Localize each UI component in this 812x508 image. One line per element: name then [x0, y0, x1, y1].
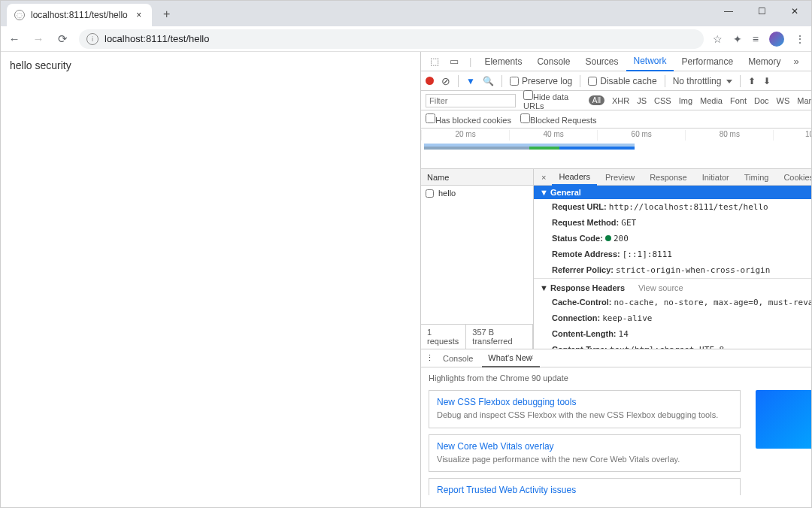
- new-tab-button[interactable]: +: [156, 4, 177, 25]
- reload-button[interactable]: ⟳: [55, 32, 70, 46]
- filter-icon[interactable]: ▼: [466, 76, 475, 86]
- filter-all[interactable]: All: [589, 95, 604, 105]
- forward-button[interactable]: →: [31, 32, 46, 45]
- news-card[interactable]: New CSS Flexbox debugging tools Debug an…: [429, 390, 741, 428]
- filter-js[interactable]: JS: [637, 96, 647, 105]
- upload-har-icon[interactable]: ⬆: [748, 76, 756, 86]
- devtools-drawer: ⋮ Console What's New × × Highlights from…: [421, 349, 812, 507]
- blocked-cookies-checkbox[interactable]: Has blocked cookies: [426, 113, 511, 125]
- blocked-requests-checkbox[interactable]: Blocked Requests: [520, 113, 597, 125]
- filter-img[interactable]: Img: [679, 96, 692, 105]
- reading-list-icon[interactable]: ≡: [753, 33, 759, 45]
- highlights-title: Highlights from the Chrome 90 update: [429, 373, 812, 383]
- record-button[interactable]: [426, 77, 434, 85]
- devtools-tabs: ⬚ ▭ | Elements Console Sources Network P…: [421, 52, 812, 71]
- site-info-icon[interactable]: i: [86, 33, 98, 45]
- response-headers-section[interactable]: ▼ Response HeadersView source: [534, 278, 812, 295]
- download-har-icon[interactable]: ⬇: [763, 76, 771, 86]
- tab-title: localhost:8111/test/hello: [31, 10, 128, 20]
- reqlist-header[interactable]: Name: [421, 169, 533, 186]
- inspect-icon[interactable]: ⬚: [426, 56, 444, 67]
- general-section[interactable]: ▼ General: [534, 186, 812, 199]
- video-thumbnail[interactable]: [756, 390, 812, 449]
- filter-xhr[interactable]: XHR: [612, 96, 629, 105]
- browser-tabbar: ◌ localhost:8111/test/hello × + — ☐ ✕: [1, 1, 811, 26]
- request-row[interactable]: hello: [421, 186, 533, 201]
- page-content: hello security: [1, 52, 420, 507]
- drawer-tab-whatsnew[interactable]: What's New ×: [482, 349, 539, 367]
- tab-elements[interactable]: Elements: [477, 52, 529, 71]
- back-button[interactable]: ←: [7, 32, 22, 45]
- browser-tab[interactable]: ◌ localhost:8111/test/hello ×: [7, 4, 152, 26]
- detail-tab-initiator[interactable]: Initiator: [695, 169, 736, 186]
- detail-tab-headers[interactable]: Headers: [552, 169, 597, 186]
- filter-media[interactable]: Media: [700, 96, 723, 105]
- filter-bar: Hide data URLs All XHR JS CSS Img Media …: [421, 91, 812, 110]
- globe-icon: ◌: [14, 10, 25, 20]
- filter-ws[interactable]: WS: [777, 96, 790, 105]
- device-icon[interactable]: ▭: [445, 56, 463, 67]
- disable-cache-checkbox[interactable]: Disable cache: [588, 76, 656, 86]
- network-toolbar: ⊘ ▼ 🔍 Preserve log Disable cache No thro…: [421, 71, 812, 91]
- close-tab-icon[interactable]: ×: [134, 10, 144, 20]
- tab-performance[interactable]: Performance: [675, 52, 741, 71]
- drawer-menu-icon[interactable]: ⋮: [426, 353, 434, 363]
- tab-network[interactable]: Network: [626, 52, 673, 71]
- menu-icon[interactable]: ⋮: [795, 33, 805, 45]
- reqlist-footer: 1 requests 357 B transferred: [421, 324, 533, 349]
- settings-icon[interactable]: ⚙: [807, 56, 812, 67]
- page-text: hello security: [10, 59, 71, 71]
- news-card[interactable]: New Core Web Vitals overlay Visualize pa…: [429, 434, 741, 472]
- minimize-button[interactable]: —: [712, 1, 745, 22]
- detail-tab-cookies[interactable]: Cookies: [777, 169, 812, 186]
- news-card[interactable]: Report Trusted Web Activity issues: [429, 478, 741, 495]
- devtools-panel: ⬚ ▭ | Elements Console Sources Network P…: [420, 52, 812, 507]
- network-timeline[interactable]: 20 ms 40 ms 60 ms 80 ms 100 ms: [421, 129, 812, 169]
- preserve-log-checkbox[interactable]: Preserve log: [510, 76, 572, 86]
- filter-font[interactable]: Font: [730, 96, 747, 105]
- tab-sources[interactable]: Sources: [578, 52, 625, 71]
- hide-data-urls-checkbox[interactable]: Hide data URLs: [523, 90, 581, 110]
- tab-memory[interactable]: Memory: [741, 52, 787, 71]
- request-detail: × Headers Preview Response Initiator Tim…: [534, 169, 812, 349]
- request-checkbox[interactable]: [426, 189, 434, 198]
- filter-input[interactable]: [426, 94, 516, 107]
- url-field[interactable]: i localhost:8111/test/hello: [79, 29, 704, 49]
- filter-manifest[interactable]: Manifest: [797, 96, 812, 105]
- clear-icon[interactable]: ⊘: [441, 75, 450, 87]
- profile-avatar[interactable]: [769, 32, 784, 47]
- window-controls: — ☐ ✕: [712, 1, 811, 22]
- detail-tab-response[interactable]: Response: [643, 169, 694, 186]
- detail-tab-timing[interactable]: Timing: [738, 169, 776, 186]
- address-bar: ← → ⟳ i localhost:8111/test/hello ☆ ✦ ≡ …: [1, 26, 811, 52]
- tab-console[interactable]: Console: [530, 52, 577, 71]
- search-icon[interactable]: 🔍: [483, 76, 494, 86]
- request-list: Name hello 1 requests 357 B transferred: [421, 169, 534, 349]
- watermark: @51CTO博客: [780, 466, 812, 479]
- filter-doc[interactable]: Doc: [754, 96, 769, 105]
- throttling-select[interactable]: No throttling: [673, 76, 732, 86]
- detail-tab-preview[interactable]: Preview: [598, 169, 641, 186]
- drawer-tab-console[interactable]: Console: [437, 349, 479, 367]
- filter-css[interactable]: CSS: [654, 96, 671, 105]
- status-dot-icon: [605, 235, 611, 241]
- extensions-icon[interactable]: ✦: [733, 33, 742, 45]
- url-text: localhost:8111/test/hello: [105, 33, 209, 44]
- close-window-button[interactable]: ✕: [778, 1, 811, 22]
- close-detail-icon[interactable]: ×: [537, 173, 550, 182]
- maximize-button[interactable]: ☐: [745, 1, 778, 22]
- star-icon[interactable]: ☆: [713, 33, 723, 45]
- more-tabs-icon[interactable]: »: [789, 56, 804, 67]
